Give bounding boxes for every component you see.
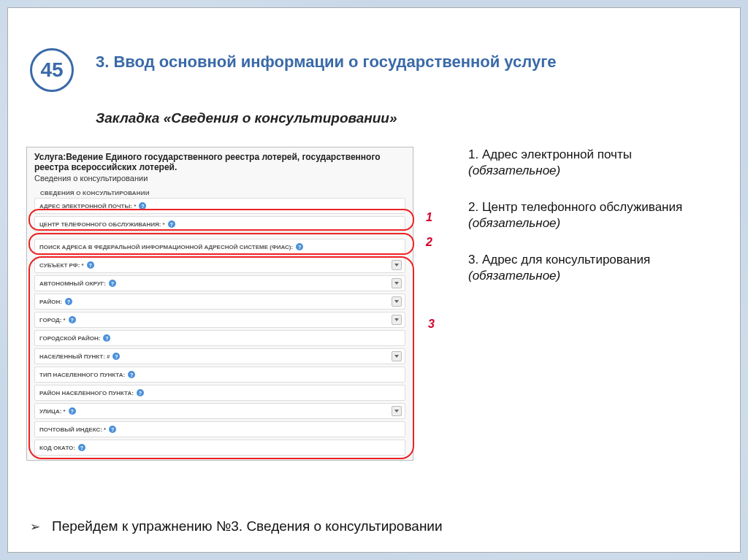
chevron-down-icon[interactable] (392, 278, 402, 288)
row-label: ТИП НАСЕЛЕННОГО ПУНКТА: (39, 372, 125, 378)
row-label: РАЙОН НАСЕЛЕННОГО ПУНКТА: (39, 390, 134, 396)
help-icon[interactable]: ? (137, 389, 144, 396)
help-icon[interactable]: ? (109, 280, 116, 287)
footer: ➢ Перейдем к упражнению №3. Сведения о к… (30, 518, 718, 534)
callout-marker-2: 2 (426, 236, 432, 249)
page-title: 3. Ввод основной информации о государств… (96, 52, 711, 72)
footer-text: Перейдем к упражнению №3. Сведения о кон… (52, 518, 443, 534)
help-icon[interactable]: ? (69, 316, 76, 323)
panel-header: Услуга:Ведение Единого государственного … (27, 147, 413, 174)
annotation-3: 3. Адрес для консультирования (обязатель… (468, 252, 717, 284)
row-label: АВТОНОМНЫЙ ОКРУГ: (39, 280, 106, 287)
row-phone[interactable]: ЦЕНТР ТЕЛЕФОННОГО ОБСЛУЖИВАНИЯ: * ? (34, 216, 405, 232)
page-subtitle: Закладка «Сведения о консультировании» (96, 110, 711, 126)
help-icon[interactable]: ? (69, 407, 76, 415)
row-okrug[interactable]: АВТОНОМНЫЙ ОКРУГ: ? (34, 275, 405, 291)
help-icon[interactable]: ? (78, 444, 85, 451)
chevron-down-icon[interactable] (392, 351, 402, 361)
bullet-arrow-icon: ➢ (30, 519, 40, 534)
row-okato[interactable]: КОД ОКАТО: ? (34, 440, 405, 456)
row-email-label: АДРЕС ЭЛЕКТРОННОЙ ПОЧТЫ: * (39, 203, 136, 210)
chevron-down-icon[interactable] (392, 315, 402, 325)
slide: 45 3. Ввод основной информации о государ… (7, 7, 741, 553)
help-icon[interactable]: ? (139, 202, 146, 210)
row-label: ГОРОДСКОЙ РАЙОН: (39, 335, 100, 342)
callout-marker-1: 1 (426, 211, 432, 224)
row-label: СУБЪЕКТ РФ: * (39, 262, 84, 269)
panel-sub: Сведения о консультировании (27, 174, 413, 187)
row-fias[interactable]: ПОИСК АДРЕСА В ФЕДЕРАЛЬНОЙ ИНФОРМАЦИОННО… (34, 239, 405, 255)
page-number-badge: 45 (30, 48, 74, 92)
row-city-district[interactable]: ГОРОДСКОЙ РАЙОН: ? (34, 330, 405, 346)
annotation-2-text: 2. Центр телефонного обслуживания (468, 200, 682, 214)
help-icon[interactable]: ? (168, 220, 175, 228)
chevron-down-icon[interactable] (392, 296, 402, 307)
annotation-list: 1. Адрес электронной почты (обязательное… (468, 147, 717, 305)
annotation-1-req: (обязательное) (468, 164, 560, 177)
row-label: РАЙОН: (39, 299, 62, 305)
annotation-1: 1. Адрес электронной почты (обязательное… (468, 147, 717, 179)
row-city[interactable]: ГОРОД: * ? (34, 312, 405, 328)
help-icon[interactable]: ? (87, 261, 94, 269)
row-email[interactable]: АДРЕС ЭЛЕКТРОННОЙ ПОЧТЫ: * ? (34, 198, 405, 214)
row-zip[interactable]: ПОЧТОВЫЙ ИНДЕКС: * ? (34, 421, 405, 437)
chevron-down-icon[interactable] (392, 260, 402, 270)
annotation-2-req: (обязательное) (468, 216, 560, 230)
row-phone-label: ЦЕНТР ТЕЛЕФОННОГО ОБСЛУЖИВАНИЯ: * (39, 221, 165, 228)
row-label: НАСЕЛЕННЫЙ ПУНКТ: # (39, 353, 110, 360)
section-label: СВЕДЕНИЯ О КОНСУЛЬТИРОВАНИИ (40, 190, 405, 196)
callout-marker-3: 3 (428, 318, 435, 331)
row-settlement-type[interactable]: ТИП НАСЕЛЕННОГО ПУНКТА: ? (34, 367, 405, 383)
chevron-down-icon[interactable] (392, 406, 402, 416)
help-icon[interactable]: ? (103, 334, 110, 342)
annotation-1-text: 1. Адрес электронной почты (468, 147, 632, 161)
page-number: 45 (40, 58, 63, 82)
help-icon[interactable]: ? (109, 426, 116, 433)
help-icon[interactable]: ? (65, 298, 72, 305)
row-label: УЛИЦА: * (39, 408, 66, 415)
annotation-2: 2. Центр телефонного обслуживания (обяза… (468, 199, 717, 231)
row-label: ГОРОД: * (39, 317, 66, 323)
help-icon[interactable]: ? (296, 243, 303, 250)
row-street[interactable]: УЛИЦА: * ? (34, 403, 405, 419)
row-settlement[interactable]: НАСЕЛЕННЫЙ ПУНКТ: # ? (34, 348, 405, 364)
row-district[interactable]: РАЙОН: ? (34, 294, 405, 310)
row-fias-label: ПОИСК АДРЕСА В ФЕДЕРАЛЬНОЙ ИНФОРМАЦИОННО… (39, 244, 293, 250)
annotation-3-req: (обязательное) (468, 269, 560, 283)
row-subject[interactable]: СУБЪЕКТ РФ: * ? (34, 257, 405, 273)
row-settlement-district[interactable]: РАЙОН НАСЕЛЕННОГО ПУНКТА: ? (34, 385, 405, 401)
row-label: ПОЧТОВЫЙ ИНДЕКС: * (39, 426, 106, 433)
row-label: КОД ОКАТО: (39, 445, 75, 451)
help-icon[interactable]: ? (112, 353, 120, 360)
form-panel: Услуга:Ведение Единого государственного … (26, 147, 413, 461)
annotation-3-text: 3. Адрес для консультирования (468, 253, 650, 266)
help-icon[interactable]: ? (128, 371, 135, 378)
